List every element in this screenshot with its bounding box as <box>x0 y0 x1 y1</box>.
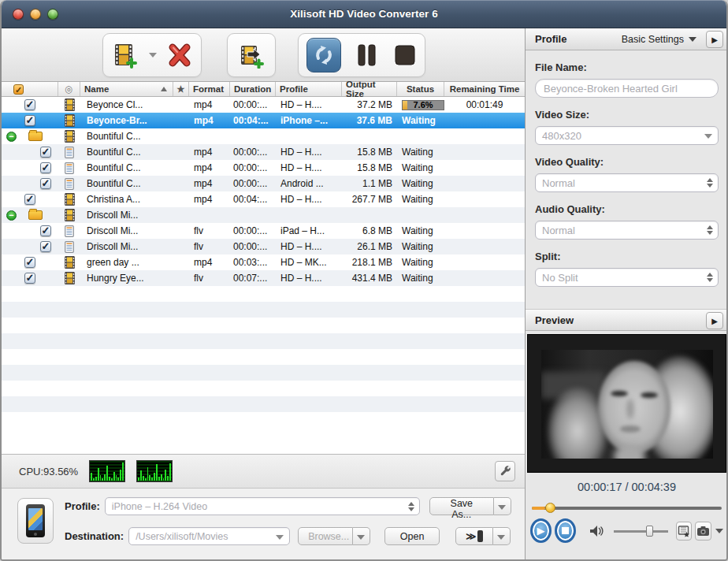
film-star-icon <box>678 525 690 537</box>
collapse-icon[interactable]: − <box>6 210 17 221</box>
stepper-icon <box>707 273 713 282</box>
browse-dropdown[interactable] <box>353 527 370 545</box>
select-all-column[interactable]: ✓ <box>2 82 58 96</box>
table-row[interactable]: ✓Bountiful C...mp400:00:...Android ...1.… <box>2 176 525 191</box>
table-row[interactable]: ✓Bountiful C...mp400:00:...HD – H....15.… <box>2 160 525 176</box>
destination-select[interactable]: /Users/xilisoft/Movies <box>128 527 290 545</box>
row-profile: HD – MK... <box>276 254 342 270</box>
table-row[interactable]: ✓Bountiful C...mp400:00:...HD – H....15.… <box>2 144 525 160</box>
status-icon-column[interactable]: ◎ <box>58 82 80 96</box>
snapshot-button[interactable] <box>695 522 711 541</box>
stepper-icon <box>707 225 713 235</box>
row-checkbox[interactable]: ✓ <box>24 257 35 268</box>
audio-quality-select[interactable]: Normal <box>535 221 719 240</box>
film-icon <box>65 272 75 284</box>
zoom-button[interactable] <box>47 9 58 20</box>
row-checkbox[interactable]: ✓ <box>24 115 35 126</box>
output-size-column[interactable]: Output Size <box>342 82 397 96</box>
duration-column[interactable]: Duration <box>230 82 276 96</box>
table-row[interactable]: ✓green day ...mp400:03:...HD – MK...218.… <box>2 254 525 270</box>
row-output-size: 26.1 MB <box>342 239 397 254</box>
close-button[interactable] <box>13 9 24 20</box>
delete-button[interactable] <box>166 43 193 68</box>
row-remaining-time <box>444 128 525 144</box>
row-duration: 00:03:... <box>230 254 276 270</box>
table-row[interactable]: ✓Hungry Eye...flv00:07:...HD – H....431.… <box>2 270 525 286</box>
row-profile: HD – H.... <box>276 144 342 160</box>
convert-button[interactable] <box>306 38 341 72</box>
add-file-dropdown-caret[interactable] <box>149 53 157 58</box>
table-row[interactable]: ✓Driscoll Mi...flv00:00:...iPad – H...6.… <box>2 223 525 239</box>
row-format <box>189 207 230 223</box>
snapshot-dropdown-caret[interactable] <box>715 529 723 533</box>
file-name-field[interactable]: Beyonce-Broken Hearted Girl <box>535 79 719 98</box>
profile-select[interactable]: iPhone – H.264 Video <box>105 497 420 515</box>
row-checkbox[interactable]: ✓ <box>40 178 51 189</box>
select-all-checkbox[interactable]: ✓ <box>13 84 24 95</box>
seek-handle[interactable] <box>545 503 555 513</box>
row-output-size: 15.8 MB <box>342 160 397 176</box>
empty-row <box>2 381 525 396</box>
split-select[interactable]: No Split <box>535 268 719 287</box>
play-button[interactable]: ▶ <box>530 518 552 543</box>
browse-button[interactable]: Browse... <box>298 527 353 545</box>
volume-slider[interactable] <box>614 526 668 537</box>
row-name: Beyonce-Br... <box>80 113 173 128</box>
device-button[interactable] <box>17 498 54 544</box>
table-row[interactable]: ✓Beyonce Cl...mp400:00:...HD – H....37.2… <box>2 97 525 113</box>
format-column[interactable]: Format <box>189 82 230 96</box>
preset-dropdown[interactable]: Basic Settings <box>622 34 696 45</box>
iphone-icon <box>26 504 45 537</box>
table-row[interactable]: ✓Driscoll Mi...flv00:00:...HD – H....26.… <box>2 239 525 254</box>
row-checkbox[interactable]: ✓ <box>24 99 35 110</box>
row-checkbox[interactable]: ✓ <box>40 147 51 158</box>
chevron-down-icon <box>689 37 696 42</box>
stop-playback-button[interactable] <box>555 518 576 543</box>
row-name: Driscoll Mi... <box>80 239 173 254</box>
profile-expand-button[interactable]: ▶ <box>706 31 723 48</box>
save-as-button[interactable]: Save As... <box>429 497 494 515</box>
row-name: Driscoll Mi... <box>80 223 173 239</box>
star-column[interactable]: ★ <box>173 82 189 96</box>
profile-column[interactable]: Profile <box>276 82 342 96</box>
table-row[interactable]: ✓Beyonce-Br...mp400:04:...iPhone –...37.… <box>2 113 525 128</box>
stop-button[interactable] <box>393 43 417 68</box>
table-row[interactable]: −Driscoll Mi... <box>2 207 525 223</box>
video-size-select[interactable]: 480x320 <box>535 126 719 145</box>
wrench-icon <box>498 464 512 478</box>
collapse-icon[interactable]: − <box>6 132 17 142</box>
snapshot-folder-button[interactable] <box>676 522 693 541</box>
minimize-button[interactable] <box>30 9 41 20</box>
name-column[interactable]: Name <box>80 82 173 96</box>
pause-button[interactable] <box>355 43 379 68</box>
cpu-meter-2 <box>136 460 173 482</box>
row-profile: Android ... <box>276 176 342 191</box>
row-checkbox[interactable]: ✓ <box>40 162 51 173</box>
video-size-label: Video Size: <box>535 109 719 121</box>
settings-wrench-button[interactable] <box>495 461 515 481</box>
preview-expand-button[interactable]: ▶ <box>706 312 723 329</box>
row-format: mp4 <box>189 113 230 128</box>
remaining-time-column[interactable]: Remaining Time <box>444 82 525 96</box>
cpu-meter-1 <box>89 460 125 482</box>
transfer-to-device-button[interactable]: ≫ <box>455 527 493 545</box>
title-bar[interactable]: Xilisoft HD Video Converter 6 <box>2 0 726 28</box>
volume-handle[interactable] <box>646 526 653 537</box>
status-column[interactable]: Status <box>397 82 444 96</box>
video-quality-select[interactable]: Normal <box>535 173 719 192</box>
merge-button[interactable] <box>238 42 265 69</box>
open-button[interactable]: Open <box>384 527 440 545</box>
seek-bar[interactable] <box>532 503 722 512</box>
table-row[interactable]: −Bountiful C... <box>2 128 525 144</box>
profile-section-header: Profile Basic Settings ▶ <box>526 28 728 50</box>
add-file-button[interactable] <box>111 42 138 69</box>
row-duration: 00:00:... <box>230 223 276 239</box>
row-checkbox[interactable]: ✓ <box>40 225 51 236</box>
table-row[interactable]: ✓Christina A...mp400:04:...HD – H....267… <box>2 191 525 207</box>
row-checkbox[interactable]: ✓ <box>40 241 51 252</box>
row-checkbox[interactable]: ✓ <box>24 273 35 284</box>
row-checkbox[interactable]: ✓ <box>24 194 35 205</box>
stepper-icon <box>707 178 713 188</box>
transfer-dropdown[interactable] <box>493 527 511 545</box>
save-as-dropdown[interactable] <box>494 497 511 515</box>
